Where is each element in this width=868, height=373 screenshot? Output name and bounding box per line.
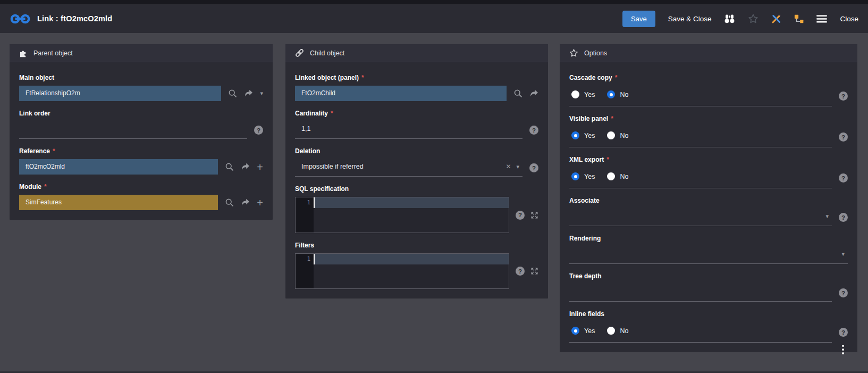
inline-fields-label: Inline fields [569, 310, 604, 318]
deletion-help-icon[interactable]: ? [529, 163, 538, 172]
inline-fields-no-radio[interactable] [607, 327, 615, 335]
inline-fields-yes-radio[interactable] [571, 327, 579, 335]
filters-editor-active-line [314, 254, 509, 264]
reference-add-icon[interactable]: + [257, 163, 263, 171]
rendering-field: Rendering ▾ [569, 235, 848, 264]
more-options-kebab-icon[interactable] [842, 345, 844, 354]
xml-export-help-icon[interactable]: ? [839, 173, 848, 183]
cascade-copy-help-icon[interactable]: ? [839, 92, 848, 101]
linked-object-label: Linked object (panel) [295, 74, 359, 81]
main-object-input[interactable]: FtRelationshipO2m [19, 86, 221, 101]
deletion-field: Deletion Impossible if referred ✕ ▾ ? [295, 147, 538, 177]
required-asterisk: * [44, 183, 47, 190]
filters-field: Filters 1 ? [295, 242, 538, 289]
tree-depth-field: Tree depth ? [569, 272, 848, 302]
associate-select[interactable]: ▾ [569, 209, 832, 226]
main-object-search-icon[interactable] [228, 89, 237, 98]
inline-fields-yes-label: Yes [584, 327, 595, 335]
sql-specification-label: SQL specification [295, 185, 349, 193]
options-panel-header: Options [560, 44, 857, 62]
associate-label: Associate [569, 197, 600, 204]
main-object-dropdown-caret-icon[interactable]: ▾ [260, 90, 263, 96]
page-title: Link : ftO2mcO2mld [37, 14, 112, 23]
filters-label: Filters [295, 242, 314, 249]
reference-open-icon[interactable] [241, 163, 250, 171]
tree-depth-help-icon[interactable]: ? [839, 288, 848, 297]
cascade-copy-label: Cascade copy [569, 74, 612, 81]
link-order-input[interactable] [19, 121, 247, 139]
module-add-icon[interactable]: + [257, 199, 263, 206]
cardinality-help-icon[interactable]: ? [529, 126, 538, 135]
parent-panel-title: Parent object [33, 49, 73, 57]
hierarchy-tree-icon[interactable] [794, 14, 804, 23]
filters-help-icon[interactable]: ? [516, 267, 525, 276]
tools-icon[interactable] [771, 14, 781, 24]
sql-editor-line-number: 1 [296, 197, 314, 233]
puzzle-icon [19, 49, 28, 57]
search-binoculars-icon[interactable] [724, 14, 735, 24]
sql-specification-expand-icon[interactable] [530, 211, 538, 219]
menu-hamburger-icon[interactable] [816, 15, 827, 23]
required-asterisk: * [53, 147, 55, 155]
required-asterisk: * [611, 115, 613, 122]
xml-export-no-label: No [620, 173, 628, 180]
tree-depth-input[interactable] [569, 284, 832, 302]
tree-depth-label: Tree depth [569, 272, 602, 280]
close-button[interactable]: Close [840, 15, 858, 23]
linked-object-open-icon[interactable] [529, 89, 538, 97]
xml-export-label: XML export [569, 156, 604, 163]
linked-object-input[interactable]: FtO2mChild [295, 86, 507, 101]
save-and-close-button[interactable]: Save & Close [668, 15, 712, 23]
sql-specification-help-icon[interactable]: ? [516, 211, 525, 220]
child-object-panel: Child object Linked object (panel)* FtO2… [285, 44, 548, 299]
visible-panel-help-icon[interactable]: ? [839, 132, 848, 142]
sql-specification-field: SQL specification 1 ? [295, 185, 538, 233]
star-outline-icon [569, 48, 578, 57]
xml-export-no-radio[interactable] [607, 172, 615, 180]
module-open-icon[interactable] [241, 198, 250, 206]
xml-export-yes-label: Yes [584, 173, 595, 180]
deletion-select[interactable]: Impossible if referred ✕ ▾ [295, 159, 523, 177]
favorite-star-icon[interactable] [748, 13, 759, 24]
filters-expand-icon[interactable] [530, 267, 538, 275]
options-panel: Options Cascade copy* Yes No ? Visible p… [560, 44, 857, 352]
cascade-copy-no-label: No [620, 91, 628, 98]
main-object-field: Main object FtRelationshipO2m ▾ [19, 74, 263, 101]
xml-export-yes-radio[interactable] [571, 172, 579, 180]
inline-fields-help-icon[interactable]: ? [839, 328, 848, 337]
module-input[interactable]: SimFeatures [19, 195, 218, 210]
linked-object-search-icon[interactable] [513, 89, 523, 98]
associate-help-icon[interactable]: ? [839, 213, 848, 222]
cascade-copy-yes-radio[interactable] [571, 90, 579, 98]
child-panel-title: Child object [310, 49, 344, 57]
link-logo-icon [10, 13, 31, 25]
module-search-icon[interactable] [225, 198, 234, 207]
module-field: Module* SimFeatures + [19, 183, 263, 210]
filters-editor-line-number: 1 [296, 254, 314, 288]
visible-panel-yes-label: Yes [584, 132, 595, 139]
sql-specification-editor[interactable]: 1 [295, 197, 509, 233]
deletion-clear-icon[interactable]: ✕ [505, 163, 511, 170]
link-order-field: Link order ? [19, 110, 263, 139]
deletion-label: Deletion [295, 147, 320, 155]
visible-panel-yes-radio[interactable] [571, 131, 579, 139]
main-object-open-icon[interactable] [244, 89, 253, 97]
main-object-label: Main object [19, 74, 54, 81]
cascade-copy-no-radio[interactable] [607, 90, 615, 98]
required-asterisk: * [331, 110, 333, 117]
cardinality-input[interactable]: 1,1 [295, 121, 523, 139]
deletion-dropdown-caret-icon[interactable]: ▾ [516, 164, 519, 170]
required-asterisk: * [615, 74, 618, 81]
visible-panel-field: Visible panel* Yes No ? [569, 115, 848, 147]
visible-panel-no-radio[interactable] [607, 131, 615, 139]
associate-dropdown-caret-icon[interactable]: ▾ [825, 213, 829, 219]
reference-search-icon[interactable] [225, 162, 234, 171]
sql-editor-active-line [314, 197, 509, 208]
save-button[interactable]: Save [622, 11, 655, 27]
filters-editor[interactable]: 1 [295, 253, 509, 289]
associate-field: Associate ▾ ? [569, 197, 848, 226]
link-order-help-icon[interactable]: ? [254, 126, 263, 135]
reference-input[interactable]: ftO2mcO2mld [19, 159, 218, 175]
rendering-select[interactable]: ▾ [569, 246, 848, 264]
rendering-dropdown-caret-icon[interactable]: ▾ [841, 251, 845, 257]
